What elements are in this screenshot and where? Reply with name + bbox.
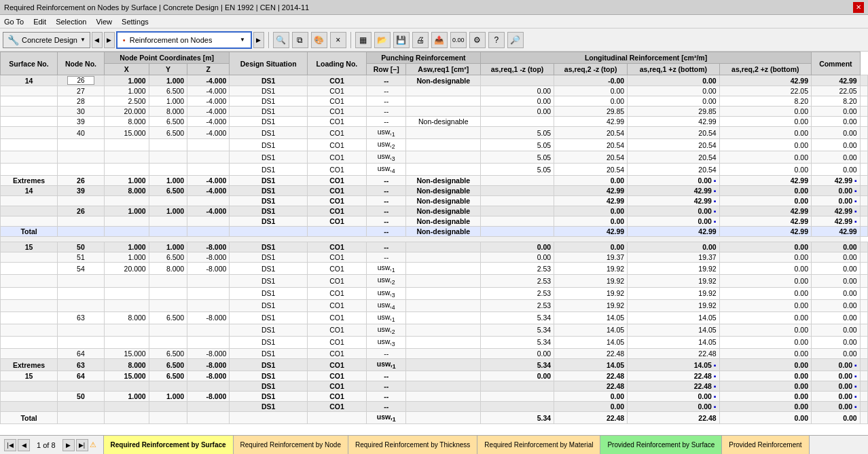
table-row[interactable]: DS1CO1usw,45.0520.5420.540.000.00 [1,164,868,176]
table-cell: 0.00 [719,117,811,127]
value-button[interactable]: 0.00 [450,32,467,48]
table-row[interactable]: DS1CO1--22.4822.48 ▪0.000.00 ▪ [1,381,868,392]
table-cell [58,336,105,348]
col-comment: Comment [812,52,861,75]
first-page-button[interactable]: |◀ [4,439,16,451]
table-row[interactable]: Extremes638.0006.500-8.000DS1CO1usw,15.3… [1,359,868,371]
table-row[interactable]: 6415.0006.500-8.000DS1CO1--0.0022.4822.4… [1,349,868,359]
tab-4[interactable]: Provided Reinforcement by Surface [600,436,722,454]
table-row[interactable]: 141.0001.000-4.000DS1CO1--Non-designable… [1,75,868,86]
table-cell: 42.99 [554,117,628,127]
table-row[interactable]: 156415.0006.500-8.000DS1CO1--0.0022.4822… [1,371,868,381]
table-row[interactable]: Extremes261.0001.000-4.000DS1CO1--Non-de… [1,176,868,186]
menu-item-go-to[interactable]: Go To [4,18,24,26]
node-no-input[interactable] [67,76,94,85]
zoom-button[interactable]: 🔎 [507,32,524,48]
table-row[interactable]: DS1CO1usw,25.3414.0514.050.000.00 [1,324,868,336]
filter-button[interactable]: ⧉ [292,32,308,48]
table-cell: usw,1 [366,263,406,275]
concrete-design-dropdown[interactable]: 🔧 Concrete Design ▼ [3,32,90,48]
menubar: Go ToEditSelectionViewSettings [0,15,868,29]
table-cell [187,412,230,424]
table-cell [230,227,308,237]
table-cell [104,216,149,227]
export-button[interactable]: 📤 [431,32,448,48]
table-cell [406,381,481,392]
search-button[interactable]: 🔍 [273,32,289,48]
table-row[interactable]: DS1CO1usw,32.5319.9219.920.000.00 [1,287,868,299]
table-cell: DS1 [230,359,308,371]
tab-1[interactable]: Required Reinforcement by Node [234,436,348,454]
table-row[interactable]: 3020.0008.000-4.000DS1CO1--0.0029.8529.8… [1,107,868,117]
table-cell: 14.05 [554,359,628,371]
open-button[interactable]: 📂 [374,32,391,48]
table-row[interactable]: 261.0001.000-4.000DS1CO1--Non-designable… [1,206,868,216]
table-row[interactable]: 4015.0006.500-4.000DS1CO1usw,15.0520.542… [1,127,868,139]
menu-item-selection[interactable]: Selection [56,18,86,26]
table-cell: -- [366,117,406,127]
tab-2[interactable]: Required Reinforcement by Thickness [348,436,477,454]
highlight-button[interactable]: 🎨 [311,32,327,48]
table-row[interactable]: 511.0006.500-8.000DS1CO1--0.0019.3719.37… [1,252,868,263]
table-cell [1,151,58,164]
reinforcement-dropdown[interactable]: • Reinforcement on Nodes ▼ [116,31,252,49]
table-row[interactable]: 5420.0008.000-8.000DS1CO1usw,12.5319.921… [1,263,868,275]
menu-item-settings[interactable]: Settings [122,18,149,26]
table-cell [860,392,867,402]
label-button[interactable]: × [330,32,346,48]
table-row[interactable]: DS1CO1usw,22.5319.9219.920.000.00 [1,275,868,287]
table-cell [481,75,554,86]
table-row[interactable]: DS1CO1--0.000.00 ▪0.000.00 ▪ [1,402,868,412]
close-button[interactable]: ✕ [853,2,864,13]
table-area[interactable]: Surface No. Node No. Node Point Coordina… [0,52,868,435]
table-row[interactable]: Totalusw,15.3422.4822.480.000.00 [1,412,868,424]
next-page-button[interactable]: ▶ [62,439,75,451]
help-button[interactable]: ? [488,32,505,48]
table-cell: 0.00 [554,242,628,252]
table-cell [1,252,58,263]
table-cell: 0.00 [481,86,554,96]
table-cell [860,107,867,117]
nav-right-button[interactable]: ▶ [253,32,264,48]
tab-5[interactable]: Provided Reinforcement [722,436,809,454]
last-page-button[interactable]: ▶| [76,439,88,451]
table-row[interactable]: DS1CO1usw,42.5319.9219.920.000.00 [1,299,868,311]
table-row[interactable]: 398.0006.500-4.000DS1CO1--Non-designable… [1,117,868,127]
table-row[interactable]: DS1CO1--Non-designable42.9942.99 ▪0.000.… [1,196,868,206]
table-row[interactable]: 15501.0001.000-8.000DS1CO1--0.000.000.00… [1,242,868,252]
table-row[interactable]: DS1CO1usw,25.0520.5420.540.000.00 [1,139,868,151]
menu-item-edit[interactable]: Edit [33,18,46,26]
table-cell: 0.00 [812,275,861,287]
save-button[interactable]: 💾 [393,32,410,48]
settings-button[interactable]: ⚙ [469,32,486,48]
table-cell: 22.05 [812,86,861,96]
table-cell: DS1 [230,75,308,86]
table-row[interactable]: 271.0006.500-4.000DS1CO1--0.000.000.0022… [1,86,868,96]
view-button[interactable]: ▦ [355,32,372,48]
table-row[interactable]: 638.0006.500-8.000DS1CO1usw,15.3414.0514… [1,311,868,324]
tab-0[interactable]: Required Reinforcement by Surface [104,436,234,454]
table-cell [149,412,187,424]
table-row[interactable]: Total--Non-designable42.9942.9942.9942.9… [1,227,868,237]
node-no-input-cell[interactable] [58,75,105,86]
table-cell: 22.05 [719,86,811,96]
tab-3[interactable]: Required Reinforcement by Material [477,436,600,454]
nav-prev-button[interactable]: ◀ [92,32,103,48]
table-row[interactable]: 282.5001.000-4.000DS1CO1--0.000.000.008.… [1,96,868,107]
prev-page-button[interactable]: ◀ [18,439,30,451]
table-cell: DS1 [230,381,308,392]
table-cell [1,216,58,227]
table-row[interactable]: 14398.0006.500-4.000DS1CO1--Non-designab… [1,186,868,196]
table-row[interactable]: 501.0001.000-8.000DS1CO1--0.000.00 ▪0.00… [1,392,868,402]
reinforcement-label: Reinforcement on Nodes [130,36,213,44]
menu-item-view[interactable]: View [96,18,112,26]
table-cell: DS1 [230,107,308,117]
table-cell: Non-designable [406,117,481,127]
table-row[interactable]: DS1CO1usw,35.0520.5420.540.000.00 [1,151,868,164]
table-row[interactable]: DS1CO1usw,35.3414.0514.050.000.00 [1,336,868,348]
table-cell: 14.05 [554,311,628,324]
nav-next-button[interactable]: ▶ [104,32,115,48]
table-cell [860,139,867,151]
print-button[interactable]: 🖨 [412,32,429,48]
table-row[interactable]: DS1CO1--Non-designable0.000.00 ▪42.9942.… [1,216,868,227]
